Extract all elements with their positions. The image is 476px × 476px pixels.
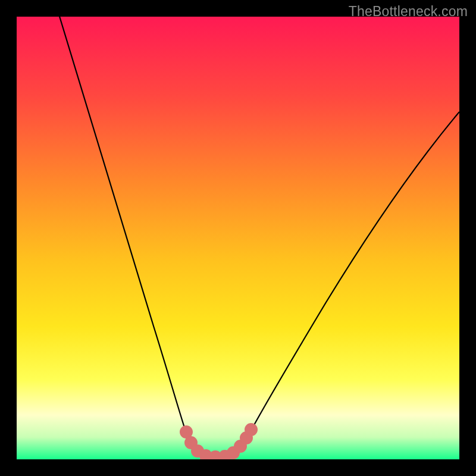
- svg-point-4: [212, 453, 219, 459]
- svg-point-3: [202, 452, 209, 459]
- outer-frame: TheBottleneck.com: [0, 0, 476, 476]
- gradient-background: [17, 17, 459, 459]
- svg-point-1: [187, 439, 195, 446]
- plot-area: [17, 17, 459, 459]
- chart-svg: [17, 17, 459, 459]
- svg-point-9: [248, 426, 255, 433]
- watermark-text: TheBottleneck.com: [349, 4, 468, 20]
- svg-point-0: [183, 428, 190, 436]
- svg-point-7: [237, 443, 244, 450]
